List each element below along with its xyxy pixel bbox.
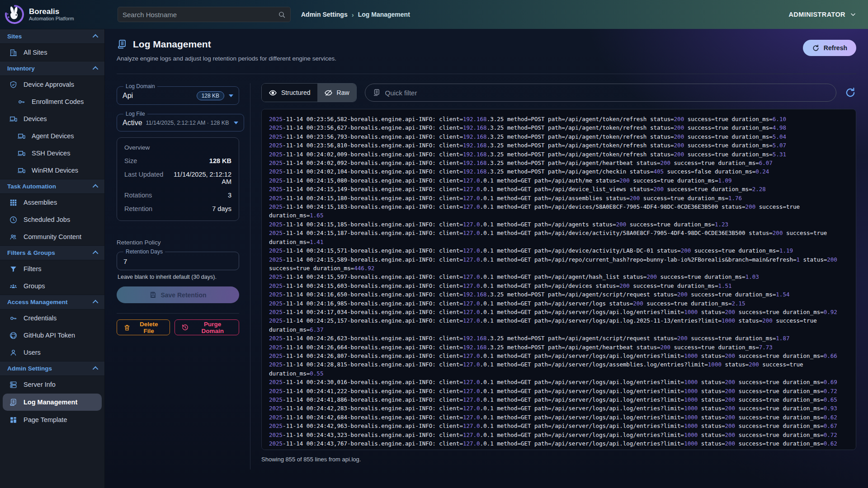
log-line: 2025-11-14 00:24:28,815-borealis.engine.… xyxy=(269,360,849,378)
sidebar-item-device-approvals[interactable]: Device Approvals xyxy=(0,76,104,93)
log-line: 2025-11-14 00:24:15,080-borealis.engine.… xyxy=(269,176,849,185)
github-icon xyxy=(9,331,18,340)
sidebar-section-admin-settings[interactable]: Admin Settings xyxy=(0,361,104,376)
sidebar-item-ssh-devices[interactable]: SSH Devices xyxy=(0,145,104,162)
quick-filter-input[interactable] xyxy=(385,89,829,97)
refresh-button-label: Refresh xyxy=(824,44,847,52)
breadcrumb-log-management[interactable]: Log Management xyxy=(358,11,410,18)
log-line: 2025-11-14 00:23:56,627-borealis.engine.… xyxy=(269,123,849,132)
breadcrumb-admin-settings[interactable]: Admin Settings xyxy=(301,11,348,18)
sidebar-item-page-template[interactable]: Page Template xyxy=(0,411,104,428)
overview-row-label: Last Updated xyxy=(124,171,164,185)
caret-down-icon xyxy=(234,122,238,124)
overview-row-retention: Retention 7 days xyxy=(124,205,231,212)
log-line: 2025-11-14 00:24:15,597-borealis.engine.… xyxy=(269,272,849,281)
log-domain-select[interactable]: Log Domain Api 128 KB xyxy=(117,83,239,105)
retention-days-label: Retention Days xyxy=(123,249,165,255)
purge-domain-label: Purge Domain xyxy=(193,321,232,334)
log-line: 2025-11-14 00:24:43,323-borealis.engine.… xyxy=(269,431,849,439)
sidebar-item-groups[interactable]: Groups xyxy=(0,277,104,295)
sidebar-item-all-sites[interactable]: All Sites xyxy=(0,44,104,61)
main-content: Log Management Analyze engine logs and a… xyxy=(105,29,868,488)
log-viewer-panel: Structured Raw xyxy=(250,83,856,469)
quick-filter[interactable] xyxy=(365,84,836,102)
sidebar-section-label: Filters & Groups xyxy=(7,249,55,256)
log-line: 2025-11-14 00:23:56,810-borealis.engine.… xyxy=(269,141,849,150)
log-line: 2025-11-14 00:24:16,985-borealis.engine.… xyxy=(269,299,849,308)
sidebar-section-inventory[interactable]: Inventory xyxy=(0,61,104,76)
group-icon xyxy=(9,282,18,291)
save-retention-button[interactable]: Save Retention xyxy=(117,286,239,303)
sidebar-section-label: Admin Settings xyxy=(7,365,52,372)
log-file-value: Active xyxy=(123,119,142,127)
sidebar-section-filters-groups[interactable]: Filters & Groups xyxy=(0,245,104,260)
reload-logs-icon[interactable] xyxy=(844,87,856,99)
sidebar-item-winrm-devices[interactable]: WinRM Devices xyxy=(0,162,104,179)
log-line: 2025-11-14 00:24:15,603-borealis.engine.… xyxy=(269,282,849,290)
overview-row-label: Size xyxy=(124,157,165,164)
search-icon xyxy=(278,11,286,19)
sidebar-item-credentials[interactable]: Credentials xyxy=(0,310,104,327)
raw-mode-button[interactable]: Raw xyxy=(317,84,356,102)
divider xyxy=(117,313,239,314)
sidebar-item-enrollment-codes[interactable]: Enrollment Codes xyxy=(0,93,104,110)
view-mode-toggle: Structured Raw xyxy=(261,83,357,102)
search-input[interactable] xyxy=(123,11,278,19)
sidebar-section-label: Access Management xyxy=(7,299,68,305)
log-file-select[interactable]: Log File Active 11/14/2025, 2:12:12 AM ·… xyxy=(117,111,244,131)
delete-file-button[interactable]: Delete File xyxy=(117,319,170,335)
hostname-search[interactable] xyxy=(118,7,291,22)
refresh-button[interactable]: Refresh xyxy=(803,40,856,56)
overview-card: Overview Size 128 KBLast Updated 11/14/2… xyxy=(117,137,239,221)
log-icon xyxy=(117,39,127,50)
caret-down-icon xyxy=(229,94,233,97)
log-line: 2025-11-14 00:24:15,571-borealis.engine.… xyxy=(269,246,849,255)
sidebar-section-label: Sites xyxy=(7,33,22,40)
sidebar-item-users[interactable]: Users xyxy=(0,344,104,361)
sidebar-item-devices[interactable]: Devices xyxy=(0,110,104,127)
sidebar-section-sites[interactable]: Sites xyxy=(0,29,104,44)
top-bar: Borealis Automation Platform Admin Setti… xyxy=(0,0,868,29)
sidebar-item-assemblies[interactable]: Assemblies xyxy=(0,194,104,211)
sidebar-item-filters[interactable]: Filters xyxy=(0,260,104,277)
eye-off-icon xyxy=(324,89,333,97)
refresh-icon xyxy=(812,44,820,52)
grid-icon xyxy=(9,198,18,207)
retention-days-input[interactable] xyxy=(123,257,233,266)
template-icon xyxy=(9,416,18,424)
sidebar-item-label: GitHub API Token xyxy=(24,332,75,339)
log-output[interactable]: 2025-11-14 00:23:56,582-borealis.engine.… xyxy=(261,109,856,450)
sidebar-item-agent-devices[interactable]: Agent Devices xyxy=(0,127,104,145)
key-icon xyxy=(17,98,26,106)
sidebar-item-label: Credentials xyxy=(24,314,57,322)
sidebar-item-label: Groups xyxy=(24,282,45,290)
log-controls-panel: Log Domain Api 128 KB Log File Active 11… xyxy=(117,83,250,469)
key-icon xyxy=(9,314,18,323)
sidebar-item-label: Users xyxy=(24,349,41,356)
sidebar-item-community-content[interactable]: Community Content xyxy=(0,228,104,245)
sidebar-item-label: Device Approvals xyxy=(24,81,74,88)
structured-mode-button[interactable]: Structured xyxy=(262,84,317,102)
sidebar-item-server-info[interactable]: Server Info xyxy=(0,376,104,393)
sidebar-item-log-management[interactable]: Log Management xyxy=(3,394,102,411)
log-line: 2025-11-14 00:24:26,623-borealis.engine.… xyxy=(269,334,849,343)
chevron-down-icon xyxy=(850,11,856,18)
chevron-up-icon xyxy=(93,184,99,190)
sidebar-item-scheduled-jobs[interactable]: Scheduled Jobs xyxy=(0,211,104,228)
user-menu[interactable]: ADMINISTRATOR xyxy=(789,0,857,29)
log-line: 2025-11-14 00:24:42,283-borealis.engine.… xyxy=(269,404,849,413)
log-domain-value: Api xyxy=(123,92,193,100)
sidebar-section-task-automation[interactable]: Task Automation xyxy=(0,179,104,194)
log-line: 2025-11-14 00:24:42,684-borealis.engine.… xyxy=(269,413,849,422)
shield-icon xyxy=(9,80,18,89)
brand-subtitle: Automation Platform xyxy=(29,16,74,21)
retention-helper-text: Leave blank to inherit default (30 days)… xyxy=(118,274,239,280)
overview-row-label: Rotations xyxy=(124,192,165,199)
raw-mode-label: Raw xyxy=(337,89,349,96)
sidebar-item-github-api-token[interactable]: GitHub API Token xyxy=(0,327,104,344)
log-line: 2025-11-14 00:24:15,589-borealis.engine.… xyxy=(269,255,849,273)
purge-domain-button[interactable]: Purge Domain xyxy=(175,319,239,335)
sidebar-section-access-management[interactable]: Access Management xyxy=(0,295,104,310)
log-icon xyxy=(9,398,18,407)
sidebar-item-label: Agent Devices xyxy=(32,132,74,140)
